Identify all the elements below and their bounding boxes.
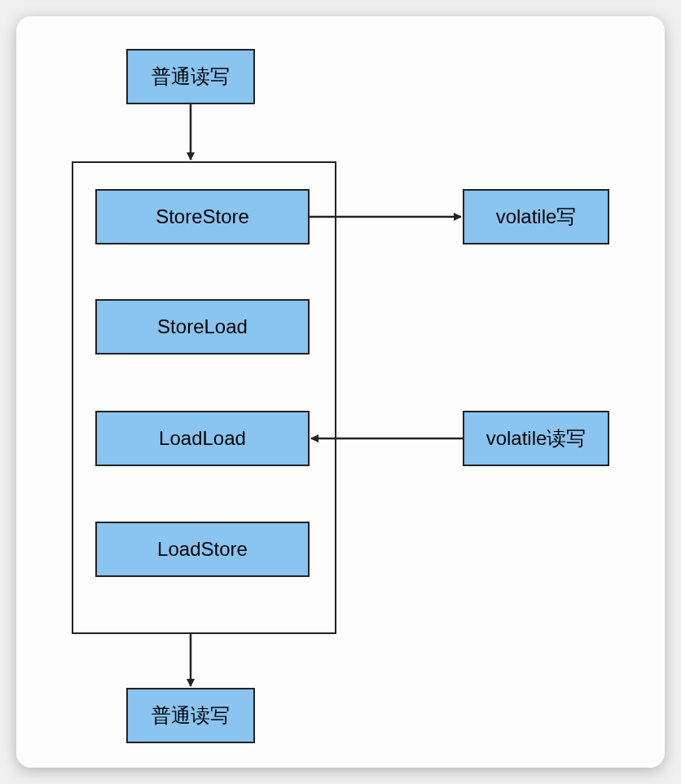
box-load-store-label: LoadStore (157, 538, 248, 561)
box-top-label: 普通读写 (152, 64, 230, 90)
box-store-store-label: StoreStore (156, 205, 249, 228)
box-load-load-label: LoadLoad (159, 427, 246, 450)
diagram-canvas: 普通读写 StoreStore StoreLoad LoadLoad LoadS… (16, 16, 665, 768)
box-volatile-rw: volatile读写 (463, 411, 609, 466)
box-bottom-normal-rw: 普通读写 (126, 688, 255, 743)
box-store-store: StoreStore (95, 189, 310, 244)
box-store-load-label: StoreLoad (157, 315, 248, 338)
box-volatile-write-label: volatile写 (496, 204, 577, 230)
box-volatile-write: volatile写 (463, 189, 609, 244)
box-top-normal-rw: 普通读写 (126, 49, 255, 104)
box-store-load: StoreLoad (95, 299, 310, 355)
box-bottom-label: 普通读写 (152, 703, 230, 729)
box-load-load: LoadLoad (95, 411, 310, 466)
box-volatile-rw-label: volatile读写 (486, 425, 587, 451)
box-load-store: LoadStore (95, 522, 310, 577)
